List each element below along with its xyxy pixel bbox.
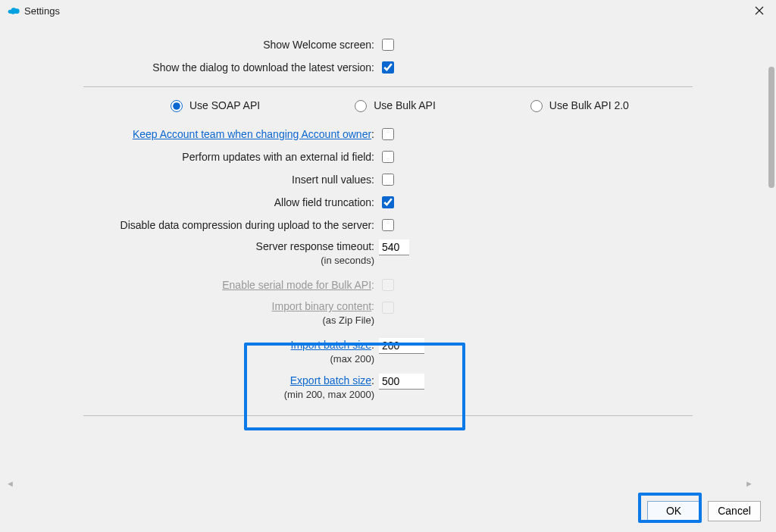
keep-account-team-checkbox[interactable] [382,128,394,140]
export-batch-size-input[interactable] [379,374,424,390]
divider-2 [83,415,693,416]
scroll-right-icon[interactable]: ► [745,479,753,488]
radio-soap-input[interactable] [171,100,183,112]
content-area: Show Welcome screen: Show the dialog to … [0,21,776,532]
import-batch-size-input[interactable] [379,338,424,354]
perform-updates-checkbox[interactable] [382,151,394,163]
perform-updates-label: Perform updates with an external id fiel… [83,150,379,164]
window-title: Settings [24,5,749,17]
show-welcome-label: Show Welcome screen: [83,38,379,52]
scroll-left-icon[interactable]: ◄ [6,479,14,488]
import-binary-checkbox [382,302,394,314]
radio-bulk-label: Use Bulk API [374,99,436,111]
radio-bulk-input[interactable] [355,100,367,112]
allow-truncation-label: Allow field truncation: [83,196,379,209]
radio-bulk2-label: Use Bulk API 2.0 [549,99,629,111]
import-binary-link: Import binary content [272,300,372,312]
scroll-region[interactable]: Show Welcome screen: Show the dialog to … [0,21,776,532]
insert-null-checkbox[interactable] [382,174,394,186]
horizontal-scrollbar[interactable]: ◄ ► [6,478,753,489]
divider [83,86,693,87]
radio-bulk2-api[interactable]: Use Bulk API 2.0 [527,98,629,112]
radio-soap-label: Use SOAP API [189,99,260,111]
close-icon [755,6,764,15]
keep-account-team-link[interactable]: Keep Account team when changing Account … [133,128,371,140]
radio-bulk2-input[interactable] [530,100,543,112]
svg-point-3 [11,11,15,14]
insert-null-label: Insert null values: [83,173,379,186]
export-batch-size-sublabel: (min 200, max 2000) [284,389,374,400]
show-download-label: Show the dialog to download the latest v… [83,61,379,74]
api-radio-group: Use SOAP API Use Bulk API Use Bulk API 2… [83,98,693,112]
allow-truncation-checkbox[interactable] [382,196,394,208]
show-download-checkbox[interactable] [382,61,394,74]
server-timeout-input[interactable] [379,239,409,255]
show-welcome-checkbox[interactable] [382,39,394,51]
dialog-footer: OK Cancel [0,490,776,532]
salesforce-logo-icon [8,6,20,15]
settings-window: Settings Show Welcome screen: Show the d… [0,0,776,532]
enable-serial-bulk-link: Enable serial mode for Bulk API [222,279,371,291]
server-timeout-label: Server response timeout: [256,240,374,252]
radio-bulk-api[interactable]: Use Bulk API [351,98,436,112]
cancel-button[interactable]: Cancel [708,501,761,521]
ok-button[interactable]: OK [647,501,700,521]
disable-compression-label: Disable data compression during upload t… [83,218,379,232]
close-button[interactable] [749,0,770,21]
import-binary-sublabel: (as Zip File) [322,315,374,326]
export-batch-size-link[interactable]: Export batch size [290,374,371,386]
titlebar: Settings [0,0,776,21]
enable-serial-bulk-checkbox [382,279,394,291]
server-timeout-sublabel: (in seconds) [321,255,374,266]
radio-soap-api[interactable]: Use SOAP API [167,98,260,112]
import-batch-size-link[interactable]: Import batch size [291,339,372,351]
vertical-scrollbar[interactable] [768,67,774,188]
disable-compression-checkbox[interactable] [382,219,394,231]
import-batch-size-sublabel: (max 200) [330,353,374,365]
